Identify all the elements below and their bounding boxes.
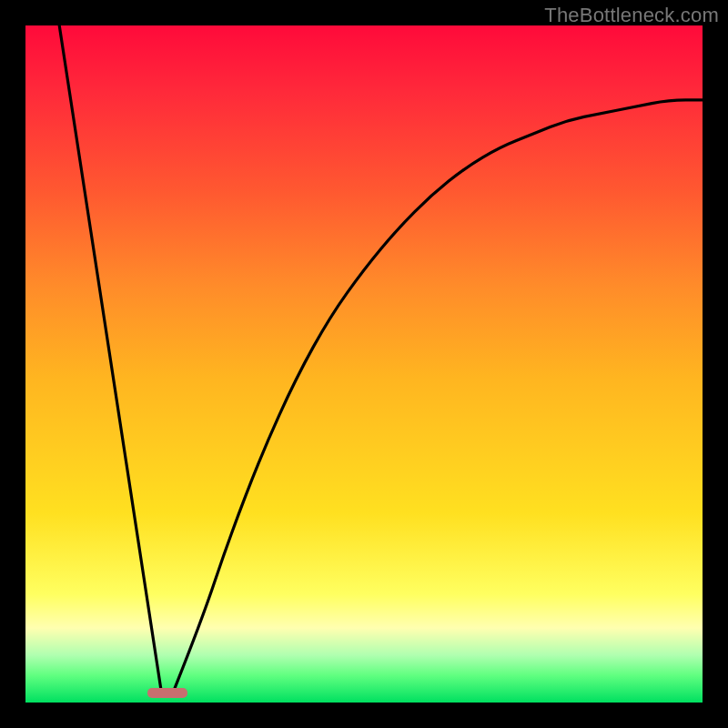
curve-right-branch xyxy=(175,100,703,689)
watermark: TheBottleneck.com xyxy=(544,4,719,27)
bottleneck-marker xyxy=(147,688,188,698)
curve-svg xyxy=(25,25,703,703)
curve-left-branch xyxy=(59,25,161,689)
plot-area xyxy=(25,25,703,703)
